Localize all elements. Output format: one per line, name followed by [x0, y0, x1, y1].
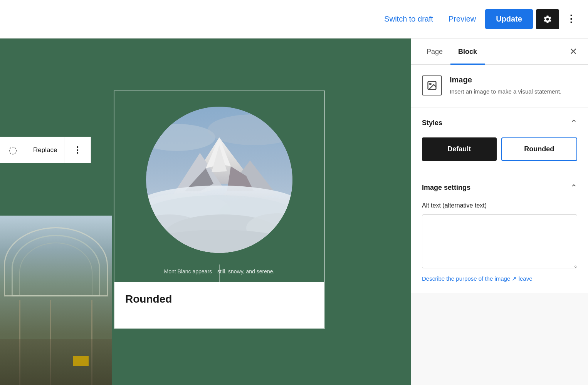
crop-icon-button[interactable]: ◌: [0, 137, 26, 163]
greenhouse-background: [0, 216, 112, 385]
image-icon-box: [422, 75, 442, 95]
styles-section: Styles ⌃ Default Rounded: [411, 107, 588, 172]
image-block-description: Insert an image to make a visual stateme…: [450, 87, 561, 96]
image-settings-section: Image settings ⌃ Alt text (alternative t…: [411, 172, 588, 293]
svg-point-20: [430, 83, 431, 85]
image-settings-header: Image settings ⌃: [422, 183, 577, 193]
replace-button[interactable]: Replace: [26, 137, 64, 163]
more-toolbar-button[interactable]: ⋮: [64, 137, 91, 163]
image-settings-chevron-icon[interactable]: ⌃: [570, 183, 577, 193]
more-options-button[interactable]: ⋮: [562, 10, 580, 28]
image-section-text: Image Insert an image to make a visual s…: [450, 75, 561, 96]
mountain-svg: [146, 107, 292, 253]
tab-block[interactable]: Block: [450, 38, 485, 65]
alt-text-label: Alt text (alternative text): [422, 202, 577, 209]
image-block-title: Image: [450, 75, 561, 84]
alt-text-input[interactable]: [422, 214, 577, 268]
content-block: Mont Blanc appears—still, snowy, and ser…: [114, 90, 325, 329]
panel-tabs: Page Block ✕: [411, 38, 588, 65]
dotted-circle-icon: ◌: [8, 144, 17, 156]
main-layout: ◌ Replace ⋮: [0, 38, 588, 385]
preview-button[interactable]: Preview: [442, 11, 482, 27]
image-block-info: Image Insert an image to make a visual s…: [411, 65, 588, 107]
style-default-button[interactable]: Default: [422, 137, 497, 161]
tab-page-label: Page: [427, 48, 443, 55]
styles-title: Styles: [422, 119, 442, 127]
right-panel: Page Block ✕ Image Insert: [411, 38, 588, 385]
update-button[interactable]: Update: [485, 9, 533, 29]
gear-icon: [543, 15, 552, 24]
topbar: Switch to draft Preview Update ⋮: [0, 0, 588, 38]
alt-text-link-icon: ↗: [510, 275, 517, 282]
style-rounded-button[interactable]: Rounded: [501, 137, 578, 161]
styles-chevron-icon[interactable]: ⌃: [570, 118, 577, 128]
alt-text-link[interactable]: Describe the purpose of the image ↗ leav…: [422, 275, 577, 282]
settings-button[interactable]: [536, 9, 559, 29]
image-icon: [427, 80, 437, 91]
replace-label: Replace: [33, 146, 57, 154]
style-buttons: Default Rounded: [422, 137, 577, 161]
more-icon: ⋮: [73, 145, 82, 155]
tab-page[interactable]: Page: [419, 38, 450, 65]
panel-content: Image Insert an image to make a visual s…: [411, 65, 588, 293]
svg-point-18: [146, 230, 292, 253]
canvas-area: ◌ Replace ⋮: [0, 38, 411, 385]
styles-header: Styles ⌃: [422, 118, 577, 128]
switch-to-draft-button[interactable]: Switch to draft: [378, 11, 439, 27]
alt-text-link-text: Describe the purpose of the image: [422, 275, 510, 282]
rounded-heading: Rounded: [125, 293, 172, 305]
bottom-left-image: [0, 216, 112, 385]
circular-image-container: [114, 91, 324, 264]
image-settings-title: Image settings: [422, 184, 470, 192]
tab-block-label: Block: [458, 48, 477, 55]
alt-text-link-suffix: leave: [517, 275, 532, 282]
panel-close-button[interactable]: ✕: [566, 43, 580, 60]
image-toolbar: ◌ Replace ⋮: [0, 137, 91, 163]
circular-image: [146, 107, 292, 253]
